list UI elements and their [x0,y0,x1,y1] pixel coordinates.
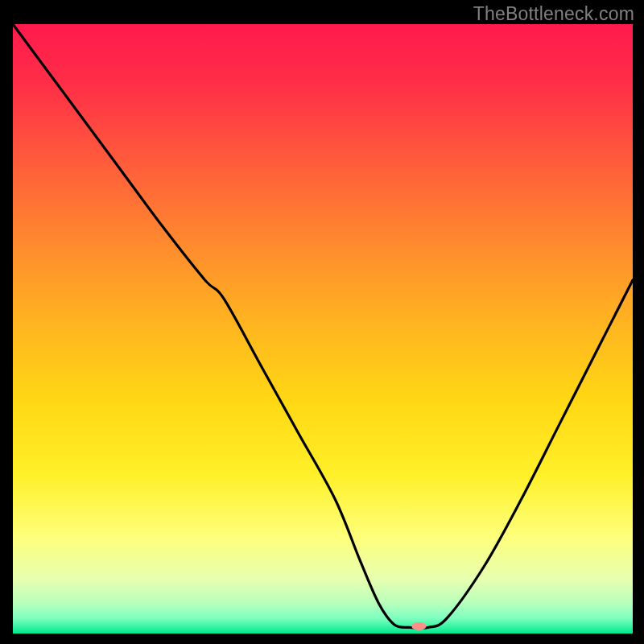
plot-area [13,24,633,634]
bottleneck-chart [13,24,633,634]
optimal-point-marker [411,622,426,630]
watermark-label: TheBottleneck.com [473,3,634,25]
chart-frame: TheBottleneck.com [0,0,644,644]
chart-background [13,24,633,634]
